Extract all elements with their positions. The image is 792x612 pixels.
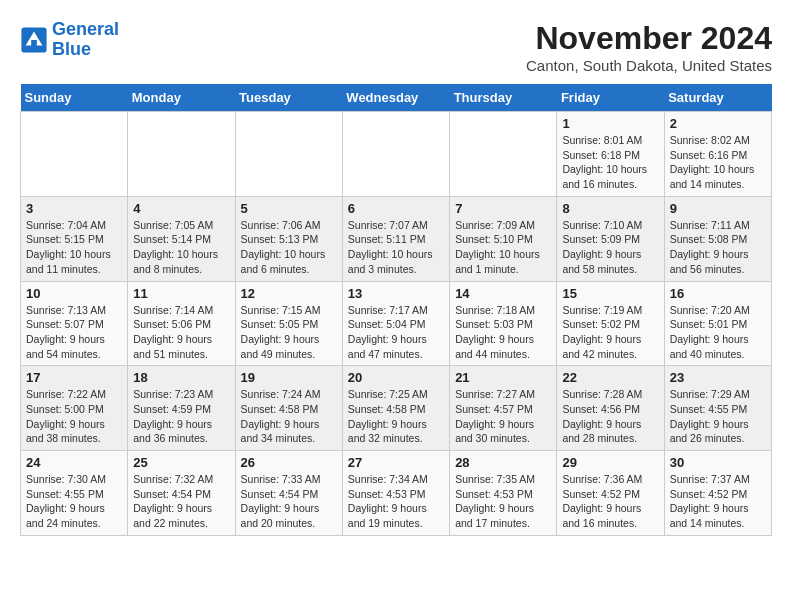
day-number: 3 — [26, 201, 122, 216]
day-info: Sunrise: 7:04 AM Sunset: 5:15 PM Dayligh… — [26, 218, 122, 277]
day-info: Sunrise: 7:17 AM Sunset: 5:04 PM Dayligh… — [348, 303, 444, 362]
day-number: 21 — [455, 370, 551, 385]
day-info: Sunrise: 7:35 AM Sunset: 4:53 PM Dayligh… — [455, 472, 551, 531]
logo-text: General Blue — [52, 20, 119, 60]
calendar-cell: 10Sunrise: 7:13 AM Sunset: 5:07 PM Dayli… — [21, 281, 128, 366]
calendar-cell: 22Sunrise: 7:28 AM Sunset: 4:56 PM Dayli… — [557, 366, 664, 451]
day-info: Sunrise: 8:02 AM Sunset: 6:16 PM Dayligh… — [670, 133, 766, 192]
calendar-cell: 13Sunrise: 7:17 AM Sunset: 5:04 PM Dayli… — [342, 281, 449, 366]
day-number: 11 — [133, 286, 229, 301]
calendar-cell: 7Sunrise: 7:09 AM Sunset: 5:10 PM Daylig… — [450, 196, 557, 281]
day-info: Sunrise: 7:28 AM Sunset: 4:56 PM Dayligh… — [562, 387, 658, 446]
day-number: 30 — [670, 455, 766, 470]
logo-icon — [20, 26, 48, 54]
day-number: 24 — [26, 455, 122, 470]
calendar-cell: 21Sunrise: 7:27 AM Sunset: 4:57 PM Dayli… — [450, 366, 557, 451]
day-number: 29 — [562, 455, 658, 470]
day-number: 19 — [241, 370, 337, 385]
day-info: Sunrise: 7:22 AM Sunset: 5:00 PM Dayligh… — [26, 387, 122, 446]
calendar-cell: 8Sunrise: 7:10 AM Sunset: 5:09 PM Daylig… — [557, 196, 664, 281]
calendar-cell: 25Sunrise: 7:32 AM Sunset: 4:54 PM Dayli… — [128, 451, 235, 536]
calendar-cell — [21, 112, 128, 197]
day-number: 23 — [670, 370, 766, 385]
weekday-header: Wednesday — [342, 84, 449, 112]
day-number: 2 — [670, 116, 766, 131]
calendar-cell: 6Sunrise: 7:07 AM Sunset: 5:11 PM Daylig… — [342, 196, 449, 281]
day-number: 27 — [348, 455, 444, 470]
svg-rect-2 — [31, 40, 37, 47]
day-number: 8 — [562, 201, 658, 216]
calendar-cell — [235, 112, 342, 197]
day-info: Sunrise: 7:19 AM Sunset: 5:02 PM Dayligh… — [562, 303, 658, 362]
day-number: 12 — [241, 286, 337, 301]
weekday-header: Friday — [557, 84, 664, 112]
weekday-header: Tuesday — [235, 84, 342, 112]
day-info: Sunrise: 7:29 AM Sunset: 4:55 PM Dayligh… — [670, 387, 766, 446]
calendar-cell: 24Sunrise: 7:30 AM Sunset: 4:55 PM Dayli… — [21, 451, 128, 536]
calendar-cell: 12Sunrise: 7:15 AM Sunset: 5:05 PM Dayli… — [235, 281, 342, 366]
weekday-header: Monday — [128, 84, 235, 112]
calendar-cell: 2Sunrise: 8:02 AM Sunset: 6:16 PM Daylig… — [664, 112, 771, 197]
day-number: 9 — [670, 201, 766, 216]
day-info: Sunrise: 7:14 AM Sunset: 5:06 PM Dayligh… — [133, 303, 229, 362]
day-number: 13 — [348, 286, 444, 301]
calendar-cell: 3Sunrise: 7:04 AM Sunset: 5:15 PM Daylig… — [21, 196, 128, 281]
calendar-cell: 19Sunrise: 7:24 AM Sunset: 4:58 PM Dayli… — [235, 366, 342, 451]
day-info: Sunrise: 7:20 AM Sunset: 5:01 PM Dayligh… — [670, 303, 766, 362]
calendar-cell: 4Sunrise: 7:05 AM Sunset: 5:14 PM Daylig… — [128, 196, 235, 281]
weekday-header: Thursday — [450, 84, 557, 112]
day-info: Sunrise: 7:15 AM Sunset: 5:05 PM Dayligh… — [241, 303, 337, 362]
calendar-cell: 15Sunrise: 7:19 AM Sunset: 5:02 PM Dayli… — [557, 281, 664, 366]
day-info: Sunrise: 7:13 AM Sunset: 5:07 PM Dayligh… — [26, 303, 122, 362]
day-info: Sunrise: 7:07 AM Sunset: 5:11 PM Dayligh… — [348, 218, 444, 277]
day-info: Sunrise: 7:11 AM Sunset: 5:08 PM Dayligh… — [670, 218, 766, 277]
day-info: Sunrise: 7:25 AM Sunset: 4:58 PM Dayligh… — [348, 387, 444, 446]
day-info: Sunrise: 7:06 AM Sunset: 5:13 PM Dayligh… — [241, 218, 337, 277]
day-number: 5 — [241, 201, 337, 216]
day-number: 28 — [455, 455, 551, 470]
calendar-cell: 23Sunrise: 7:29 AM Sunset: 4:55 PM Dayli… — [664, 366, 771, 451]
day-info: Sunrise: 7:34 AM Sunset: 4:53 PM Dayligh… — [348, 472, 444, 531]
day-number: 4 — [133, 201, 229, 216]
day-number: 26 — [241, 455, 337, 470]
day-number: 15 — [562, 286, 658, 301]
day-info: Sunrise: 8:01 AM Sunset: 6:18 PM Dayligh… — [562, 133, 658, 192]
day-info: Sunrise: 7:37 AM Sunset: 4:52 PM Dayligh… — [670, 472, 766, 531]
day-info: Sunrise: 7:09 AM Sunset: 5:10 PM Dayligh… — [455, 218, 551, 277]
calendar-cell: 14Sunrise: 7:18 AM Sunset: 5:03 PM Dayli… — [450, 281, 557, 366]
calendar-cell: 26Sunrise: 7:33 AM Sunset: 4:54 PM Dayli… — [235, 451, 342, 536]
day-info: Sunrise: 7:33 AM Sunset: 4:54 PM Dayligh… — [241, 472, 337, 531]
calendar-cell: 11Sunrise: 7:14 AM Sunset: 5:06 PM Dayli… — [128, 281, 235, 366]
day-info: Sunrise: 7:36 AM Sunset: 4:52 PM Dayligh… — [562, 472, 658, 531]
day-info: Sunrise: 7:05 AM Sunset: 5:14 PM Dayligh… — [133, 218, 229, 277]
page-title: November 2024 — [526, 20, 772, 57]
calendar-cell: 29Sunrise: 7:36 AM Sunset: 4:52 PM Dayli… — [557, 451, 664, 536]
weekday-header: Saturday — [664, 84, 771, 112]
day-info: Sunrise: 7:30 AM Sunset: 4:55 PM Dayligh… — [26, 472, 122, 531]
calendar-cell: 28Sunrise: 7:35 AM Sunset: 4:53 PM Dayli… — [450, 451, 557, 536]
calendar-table: SundayMondayTuesdayWednesdayThursdayFrid… — [20, 84, 772, 536]
weekday-header: Sunday — [21, 84, 128, 112]
logo: General Blue — [20, 20, 119, 60]
calendar-cell: 27Sunrise: 7:34 AM Sunset: 4:53 PM Dayli… — [342, 451, 449, 536]
day-number: 16 — [670, 286, 766, 301]
day-number: 7 — [455, 201, 551, 216]
calendar-cell — [342, 112, 449, 197]
day-number: 25 — [133, 455, 229, 470]
day-number: 10 — [26, 286, 122, 301]
day-number: 6 — [348, 201, 444, 216]
page-subtitle: Canton, South Dakota, United States — [526, 57, 772, 74]
day-number: 14 — [455, 286, 551, 301]
calendar-cell: 16Sunrise: 7:20 AM Sunset: 5:01 PM Dayli… — [664, 281, 771, 366]
day-info: Sunrise: 7:24 AM Sunset: 4:58 PM Dayligh… — [241, 387, 337, 446]
page-header: General Blue November 2024 Canton, South… — [20, 20, 772, 74]
calendar-cell: 18Sunrise: 7:23 AM Sunset: 4:59 PM Dayli… — [128, 366, 235, 451]
day-info: Sunrise: 7:27 AM Sunset: 4:57 PM Dayligh… — [455, 387, 551, 446]
calendar-cell: 17Sunrise: 7:22 AM Sunset: 5:00 PM Dayli… — [21, 366, 128, 451]
day-number: 18 — [133, 370, 229, 385]
day-number: 22 — [562, 370, 658, 385]
day-number: 20 — [348, 370, 444, 385]
calendar-cell: 1Sunrise: 8:01 AM Sunset: 6:18 PM Daylig… — [557, 112, 664, 197]
day-info: Sunrise: 7:23 AM Sunset: 4:59 PM Dayligh… — [133, 387, 229, 446]
calendar-cell: 20Sunrise: 7:25 AM Sunset: 4:58 PM Dayli… — [342, 366, 449, 451]
